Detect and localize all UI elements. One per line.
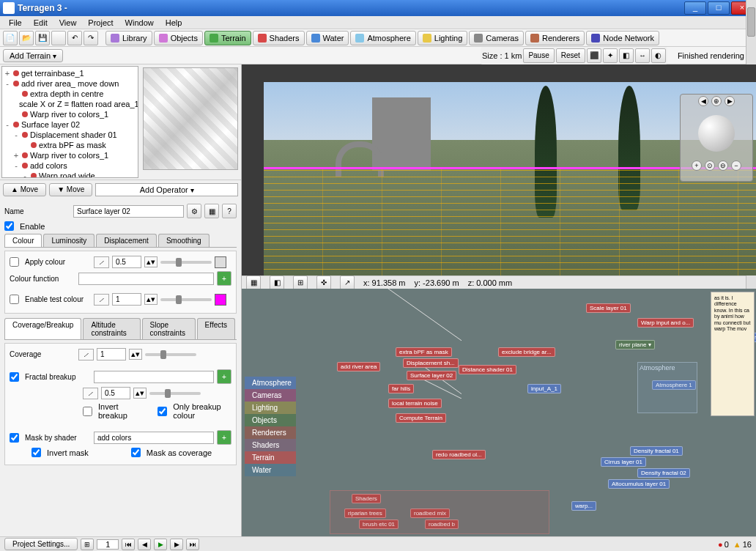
invert-breakup-check[interactable] xyxy=(83,407,92,416)
cat-terrain[interactable]: Terrain xyxy=(245,451,296,464)
node[interactable]: far hills xyxy=(388,384,414,393)
vps-btn4[interactable]: ✜ xyxy=(316,276,331,290)
vp-reset[interactable]: Reset xyxy=(556,48,585,63)
cat-objects[interactable]: Objects xyxy=(245,414,296,426)
mask-add[interactable]: + xyxy=(217,430,231,445)
maximize-button[interactable]: □ xyxy=(708,1,730,15)
move-down-button[interactable]: ▼ Move xyxy=(49,183,92,196)
tab-smoothing[interactable]: Smoothing xyxy=(158,234,210,247)
test-colour-slider[interactable] xyxy=(160,298,212,301)
vp-tool1[interactable]: ⬛ xyxy=(587,48,601,63)
apply-colour-val[interactable] xyxy=(112,256,141,268)
vps-btn2[interactable]: ◧ xyxy=(270,276,284,290)
warning-count[interactable]: 16 xyxy=(733,540,752,549)
minimize-button[interactable]: _ xyxy=(684,1,706,15)
play-first[interactable]: ⏮ xyxy=(122,539,135,550)
cat-renderers[interactable]: Renderers xyxy=(245,426,296,439)
project-settings-button[interactable]: Project Settings... xyxy=(4,538,78,550)
tool-new[interactable]: 📄 xyxy=(3,31,18,45)
fractal-slider[interactable] xyxy=(149,392,201,395)
cat-shaders[interactable]: Shaders xyxy=(245,439,296,451)
name-opt1[interactable]: ⚙ xyxy=(187,204,201,218)
coverage-val[interactable] xyxy=(97,348,126,360)
vp-tool2[interactable]: ✦ xyxy=(603,48,618,63)
move-up-button[interactable]: ▲ Move xyxy=(3,183,46,196)
tab-colour[interactable]: Colour xyxy=(4,234,42,247)
cat-cameras[interactable]: Cameras xyxy=(245,389,296,402)
tree-item[interactable]: extra depth in centre xyxy=(4,89,136,99)
tree-item[interactable]: -add river area_ move down xyxy=(4,78,136,89)
test-colour-chip[interactable] xyxy=(215,294,226,306)
tab-lighting[interactable]: Lighting xyxy=(418,31,468,45)
node[interactable]: redo roadbed ol... xyxy=(432,450,486,459)
3d-viewport[interactable]: ◀⊕▶ +⊙⊖− xyxy=(242,64,756,276)
navigation-gizmo[interactable]: ◀⊕▶ +⊙⊖− xyxy=(680,94,753,182)
fractal-val[interactable] xyxy=(101,387,130,399)
tree-item[interactable]: -Warp road wide xyxy=(4,171,136,178)
play-last[interactable]: ⏭ xyxy=(186,539,199,550)
vp-tool4[interactable]: ↔ xyxy=(635,48,650,63)
apply-colour-slider[interactable] xyxy=(160,261,212,264)
play-prev[interactable]: ◀ xyxy=(138,539,151,550)
subtab-effects[interactable]: Effects xyxy=(197,318,235,339)
error-count[interactable]: 0 xyxy=(718,540,729,549)
node[interactable]: Density fractal 02 xyxy=(637,468,690,478)
node[interactable]: Scale layer 01 xyxy=(586,303,631,313)
play-next[interactable]: ▶ xyxy=(170,539,183,550)
tab-luminosity[interactable]: Luminosity xyxy=(43,234,94,247)
enable-check[interactable] xyxy=(4,221,14,231)
node[interactable]: input_A_1 xyxy=(527,384,561,393)
colour-func-field[interactable] xyxy=(78,273,214,285)
cat-lighting[interactable]: Lighting xyxy=(245,402,296,414)
colour-func-add[interactable]: + xyxy=(217,271,231,286)
cat-water[interactable]: Water xyxy=(245,464,296,476)
tab-atmosphere[interactable]: Atmosphere xyxy=(350,31,415,45)
node-tree[interactable]: +get terrainbase_1-add river area_ move … xyxy=(1,66,138,178)
tab-renderers[interactable]: Renderers xyxy=(525,31,585,45)
play-button[interactable]: ▶ xyxy=(154,539,167,550)
subtab-slope[interactable]: Slope constraints xyxy=(142,318,196,339)
test-colour-val[interactable] xyxy=(112,293,141,306)
node[interactable]: add river area xyxy=(337,362,380,371)
proj-btn[interactable]: ⊞ xyxy=(81,539,94,550)
vp-tool5[interactable]: ◐ xyxy=(651,48,666,63)
menu-edit[interactable]: Edit xyxy=(28,17,53,29)
tree-item[interactable]: +Warp river to colors_1 xyxy=(4,150,136,160)
tree-item[interactable]: -Displacement shader 01 xyxy=(4,130,136,140)
fractal-field[interactable] xyxy=(94,371,214,383)
node[interactable]: Altocumulus layer 01 xyxy=(608,479,670,489)
node[interactable]: exclude bridge ar... xyxy=(498,347,555,357)
coverage-slider[interactable] xyxy=(145,353,196,356)
node[interactable]: Density fractal 01 xyxy=(630,446,683,456)
menu-window[interactable]: Window xyxy=(119,17,160,29)
tree-item[interactable]: -Surface layer 02 xyxy=(4,119,136,130)
tool-redo[interactable]: ↷ xyxy=(84,31,98,45)
apply-colour-check[interactable] xyxy=(10,257,19,267)
node[interactable]: local terrain noise xyxy=(388,399,442,408)
node[interactable]: river plane ▾ xyxy=(615,340,655,350)
tab-terrain[interactable]: Terrain xyxy=(204,31,251,45)
node[interactable]: Distance shader 01 xyxy=(459,365,516,374)
node[interactable]: Cirrus layer 01 xyxy=(601,457,646,467)
node[interactable]: Compute Terrain xyxy=(396,413,446,423)
tab-objects[interactable]: Objects xyxy=(154,31,203,45)
menu-view[interactable]: View xyxy=(53,17,83,29)
fractal-check[interactable] xyxy=(10,372,19,382)
menu-help[interactable]: Help xyxy=(160,17,188,29)
tab-displacement[interactable]: Displacement xyxy=(96,234,157,247)
node[interactable]: warp... xyxy=(571,501,596,511)
menu-file[interactable]: File xyxy=(3,17,28,29)
mask-shader-field[interactable] xyxy=(94,432,214,444)
node[interactable]: Displacement sh... xyxy=(403,358,459,368)
tab-cameras[interactable]: Cameras xyxy=(469,31,524,45)
add-operator-button[interactable]: Add Operator ▾ xyxy=(95,183,238,196)
mask-shader-check[interactable] xyxy=(10,433,19,443)
test-colour-check[interactable] xyxy=(10,295,19,304)
tab-shaders[interactable]: Shaders xyxy=(253,31,305,45)
node[interactable]: Surface layer 02 xyxy=(407,371,456,380)
menu-project[interactable]: Project xyxy=(82,17,119,29)
name-field[interactable] xyxy=(73,205,184,218)
only-breakup-check[interactable] xyxy=(158,407,167,416)
tree-item[interactable]: extra bPF as mask xyxy=(4,140,136,150)
vps-btn3[interactable]: ⊞ xyxy=(293,276,308,290)
